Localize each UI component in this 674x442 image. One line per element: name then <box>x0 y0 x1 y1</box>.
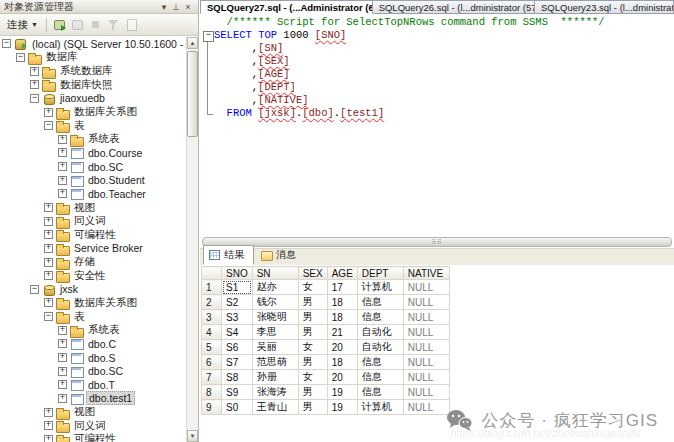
grid-cell[interactable]: S0 <box>222 400 253 415</box>
connect-button[interactable]: 连接 ▼ <box>4 17 41 33</box>
tree-item-存储[interactable]: +存储 <box>0 255 186 269</box>
grid-cell[interactable]: NULL <box>403 280 449 295</box>
collapse-icon[interactable]: − <box>44 121 53 130</box>
connect-database-icon[interactable] <box>52 17 67 32</box>
grid-cell[interactable]: 信息 <box>357 385 403 400</box>
grid-cell[interactable]: NULL <box>403 340 449 355</box>
column-header-SEX[interactable]: SEX <box>298 267 327 280</box>
grid-cell[interactable]: 男 <box>298 310 327 325</box>
tree-item-dbo.T[interactable]: +dbo.T <box>0 378 186 392</box>
tree-item-dbo.Course[interactable]: +dbo.Course <box>0 146 186 160</box>
sql-code-editor[interactable]: /****** Script for SelectTopNRows comman… <box>200 14 674 236</box>
expand-icon[interactable]: + <box>58 339 67 348</box>
grid-cell[interactable]: 王青山 <box>252 400 298 415</box>
tree-item-可编程性[interactable]: +可编程性 <box>0 228 186 242</box>
tree-item-dbo.Student[interactable]: +dbo.Student <box>0 173 186 187</box>
editor-tab[interactable]: SQLQuery23.sql - (l...dministrator <box>535 0 674 14</box>
grid-cell[interactable]: 20 <box>327 340 357 355</box>
row-number-cell[interactable]: 2 <box>202 295 222 310</box>
column-header-DEPT[interactable]: DEPT <box>357 267 403 280</box>
grid-cell[interactable]: S2 <box>222 295 253 310</box>
grid-cell[interactable]: S7 <box>222 355 253 370</box>
grid-cell[interactable]: NULL <box>403 310 449 325</box>
grid-cell[interactable]: 自动化 <box>357 340 403 355</box>
column-header-AGE[interactable]: AGE <box>327 267 357 280</box>
results-tab-结果[interactable]: 结果 <box>203 245 254 265</box>
expand-icon[interactable]: + <box>58 189 67 198</box>
expand-icon[interactable]: + <box>58 367 67 376</box>
grid-cell[interactable]: 张晓明 <box>252 310 298 325</box>
grid-cell[interactable]: 计算机 <box>357 280 403 295</box>
grid-cell[interactable]: 信息 <box>357 370 403 385</box>
expand-icon[interactable]: + <box>44 258 53 267</box>
tree-item-数据库快照[interactable]: +数据库快照 <box>0 78 186 92</box>
expand-icon[interactable]: + <box>44 421 53 430</box>
grid-cell[interactable]: S8 <box>222 370 253 385</box>
tree-item-dbo.SC[interactable]: +dbo.SC <box>0 364 186 378</box>
grid-cell[interactable]: 男 <box>298 385 327 400</box>
grid-cell[interactable]: 女 <box>298 370 327 385</box>
grid-cell[interactable]: NULL <box>403 370 449 385</box>
expand-icon[interactable]: + <box>58 326 67 335</box>
grid-cell[interactable]: 男 <box>298 355 327 370</box>
tree-item-视图[interactable]: +视图 <box>0 405 186 419</box>
grid-cell[interactable]: 19 <box>327 385 357 400</box>
tree-item-dbo.Teacher[interactable]: +dbo.Teacher <box>0 187 186 201</box>
column-header-NATIVE[interactable]: NATIVE <box>403 267 449 280</box>
expand-icon[interactable]: + <box>44 244 53 253</box>
tree-item-Service Broker[interactable]: +Service Broker <box>0 242 186 256</box>
tree-item-jxsk[interactable]: −jxsk <box>0 283 186 297</box>
expand-icon[interactable]: + <box>58 176 67 185</box>
grid-cell[interactable]: 钱尔 <box>252 295 298 310</box>
expand-icon[interactable]: + <box>44 108 53 117</box>
grid-cell[interactable]: NULL <box>403 385 449 400</box>
tree-item-(local) (SQL Server 10.50.1600 - A105-002[interactable]: −(local) (SQL Server 10.50.1600 - A105-0… <box>0 37 186 51</box>
grid-cell[interactable]: 女 <box>298 340 327 355</box>
expand-icon[interactable]: + <box>44 230 53 239</box>
grid-cell[interactable]: 男 <box>298 295 327 310</box>
tree-item-可编程性[interactable]: +可编程性 <box>0 433 186 442</box>
scroll-up-icon[interactable]: ▲ <box>187 37 198 49</box>
grid-cell[interactable]: 张海涛 <box>252 385 298 400</box>
tree-item-安全性[interactable]: +安全性 <box>0 269 186 283</box>
row-number-cell[interactable]: 8 <box>202 385 222 400</box>
grid-cell[interactable]: 20 <box>327 370 357 385</box>
expand-icon[interactable]: + <box>44 298 53 307</box>
grid-cell[interactable]: NULL <box>403 325 449 340</box>
grid-cell[interactable]: 17 <box>327 280 357 295</box>
expand-icon[interactable]: + <box>44 271 53 280</box>
row-number-cell[interactable]: 3 <box>202 310 222 325</box>
grid-cell[interactable]: 信息 <box>357 310 403 325</box>
grid-cell[interactable]: NULL <box>403 400 449 415</box>
expand-icon[interactable]: + <box>58 148 67 157</box>
tree-item-系统数据库[interactable]: +系统数据库 <box>0 64 186 78</box>
expand-icon[interactable]: + <box>44 217 53 226</box>
grid-cell[interactable]: S4 <box>222 325 253 340</box>
tree-item-dbo.SC[interactable]: +dbo.SC <box>0 160 186 174</box>
tree-item-dbo.test1[interactable]: +dbo.test1 <box>0 392 186 406</box>
row-number-cell[interactable]: 5 <box>202 340 222 355</box>
grid-cell[interactable]: S9 <box>222 385 253 400</box>
row-number-cell[interactable]: 9 <box>202 400 222 415</box>
expand-icon[interactable]: + <box>58 135 67 144</box>
object-explorer-scrollbar[interactable]: ▲ ▼ <box>186 37 198 442</box>
tree-item-表[interactable]: −表 <box>0 119 186 133</box>
row-number-cell[interactable]: 1 <box>202 280 222 295</box>
grid-cell[interactable]: 信息 <box>357 295 403 310</box>
tree-item-表[interactable]: −表 <box>0 310 186 324</box>
row-number-cell[interactable]: 6 <box>202 355 222 370</box>
grid-cell[interactable]: 男 <box>298 400 327 415</box>
close-icon[interactable]: × <box>182 1 194 13</box>
expand-icon[interactable]: + <box>30 80 39 89</box>
collapse-icon[interactable]: − <box>30 94 39 103</box>
tree-item-数据库关系图[interactable]: +数据库关系图 <box>0 105 186 119</box>
grid-cell[interactable]: 信息 <box>357 355 403 370</box>
grid-cell[interactable]: 18 <box>327 355 357 370</box>
collapse-icon[interactable]: − <box>44 312 53 321</box>
results-grid[interactable]: SNOSNSEXAGEDEPTNATIVE1S1赵亦女17计算机NULL2S2钱… <box>201 266 450 415</box>
grid-cell[interactable]: NULL <box>403 355 449 370</box>
scrollbar-thumb[interactable] <box>187 51 198 137</box>
grid-cell[interactable]: 女 <box>298 280 327 295</box>
tree-item-系统表[interactable]: +系统表 <box>0 323 186 337</box>
grid-cell[interactable]: 21 <box>327 325 357 340</box>
